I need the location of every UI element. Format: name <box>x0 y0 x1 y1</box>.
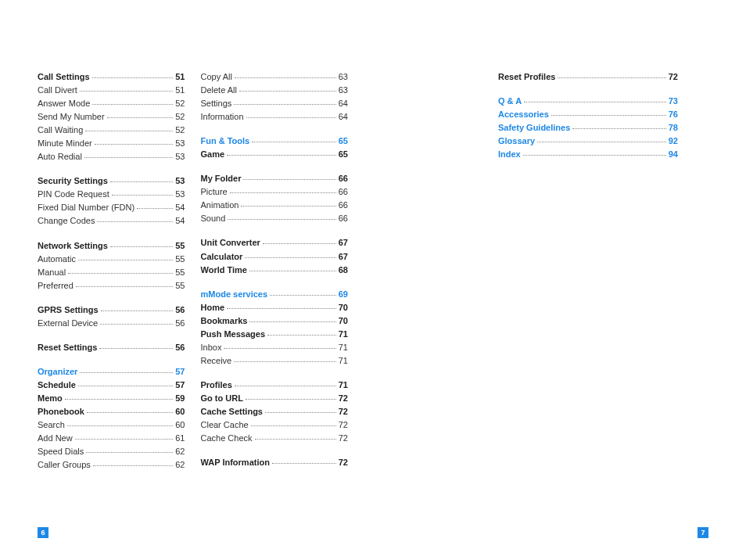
toc-entry-page: 78 <box>669 121 678 135</box>
toc-entry-label: Automatic <box>38 253 76 266</box>
toc-entry-page: 70 <box>339 301 348 314</box>
toc-entry-page: 69 <box>339 288 348 301</box>
toc-entry-page: 60 <box>175 405 185 418</box>
toc-dot-leader <box>93 465 173 466</box>
toc-entry[interactable]: Sound66 <box>201 212 349 225</box>
toc-entry-label: Index <box>498 148 521 161</box>
toc-entry[interactable]: Push Messages71 <box>201 328 349 341</box>
toc-entry-page: 53 <box>175 150 185 163</box>
toc-entry-page: 72 <box>339 392 348 405</box>
toc-entry[interactable]: Receive71 <box>201 354 349 368</box>
toc-entry[interactable]: Go to URL72 <box>201 392 349 405</box>
toc-entry[interactable]: Caller Groups62 <box>38 458 185 472</box>
toc-entry[interactable]: Unit Converter67 <box>201 236 349 249</box>
toc-entry[interactable]: Add New61 <box>38 432 185 445</box>
toc-entry-label: Go to URL <box>201 392 243 405</box>
toc-entry-label: Organizer <box>38 365 77 379</box>
toc-entry[interactable]: WAP Information72 <box>201 456 349 469</box>
toc-entry-label: Q & A <box>498 95 522 108</box>
toc-entry[interactable]: Reset Settings56 <box>38 341 185 354</box>
toc-entry-label: Unit Converter <box>201 236 260 249</box>
toc-entry[interactable]: External Device56 <box>38 317 185 330</box>
toc-entry[interactable]: Schedule57 <box>38 379 185 392</box>
toc-entry[interactable]: Automatic55 <box>38 253 185 266</box>
toc-entry[interactable]: Preferred55 <box>38 279 185 293</box>
toc-dot-leader <box>107 117 174 118</box>
toc-entry[interactable]: Calculator67 <box>201 250 349 264</box>
toc-entry[interactable]: Safety Guidelines78 <box>498 121 678 135</box>
toc-entry-label: WAP Information <box>201 456 270 469</box>
toc-entry-label: Cache Settings <box>201 405 263 418</box>
toc-entry[interactable]: GPRS Settings56 <box>38 303 185 317</box>
toc-entry-label: Fun & Tools <box>201 135 250 148</box>
toc-entry[interactable]: Home70 <box>201 301 349 314</box>
toc-entry[interactable]: Cache Check72 <box>201 432 349 445</box>
toc-dot-leader <box>249 321 335 322</box>
page-right: Reset Profiles72 Q & A73Accessories76Saf… <box>373 0 746 560</box>
toc-entry-label: Schedule <box>38 379 76 392</box>
toc-entry[interactable]: Answer Mode52 <box>38 97 185 110</box>
toc-entry-page: 52 <box>175 110 185 124</box>
toc-entry[interactable]: Game65 <box>201 148 349 161</box>
toc-entry[interactable]: Minute Minder53 <box>38 137 185 150</box>
toc-entry-label: Call Waiting <box>38 124 83 137</box>
toc-entry[interactable]: Manual55 <box>38 266 185 279</box>
toc-entry-label: Speed Dials <box>38 445 84 458</box>
page-left: Call Settings51Call Divert51Answer Mode5… <box>0 0 373 560</box>
toc-entry[interactable]: Bookmarks70 <box>201 314 349 328</box>
toc-dot-leader <box>234 361 336 362</box>
toc-entry[interactable]: Change Codes54 <box>38 214 185 228</box>
toc-entry[interactable]: Information64 <box>201 110 349 124</box>
toc-dot-leader <box>551 115 666 116</box>
toc-entry[interactable]: Speed Dials62 <box>38 445 185 458</box>
toc-entry[interactable]: Inbox71 <box>201 341 349 354</box>
toc-entry[interactable]: Index94 <box>498 148 678 161</box>
toc-entry[interactable]: Memo59 <box>38 392 185 405</box>
toc-entry[interactable]: Profiles71 <box>201 379 349 392</box>
toc-entry[interactable]: mMode services69 <box>201 288 349 301</box>
toc-entry[interactable]: Animation66 <box>201 199 349 212</box>
toc-entry[interactable]: Accessories76 <box>498 108 678 121</box>
toc-dot-leader <box>245 257 335 258</box>
toc-entry[interactable]: Send My Number52 <box>38 110 185 124</box>
toc-entry-label: World Time <box>201 264 248 277</box>
toc-entry[interactable]: World Time68 <box>201 264 349 277</box>
toc-dot-leader <box>246 117 336 118</box>
toc-entry[interactable]: Organizer57 <box>38 365 185 379</box>
toc-entry[interactable]: Phonebook60 <box>38 405 185 418</box>
toc-entry-page: 61 <box>175 432 185 445</box>
toc-entry[interactable]: Delete All63 <box>201 84 349 97</box>
toc-entry[interactable]: Call Waiting52 <box>38 124 185 137</box>
toc-entry[interactable]: Security Settings53 <box>38 174 185 188</box>
toc-entry-page: 66 <box>339 212 348 225</box>
toc-entry[interactable]: Settings64 <box>201 97 349 110</box>
toc-entry[interactable]: Search60 <box>38 418 185 432</box>
toc-dot-leader <box>86 452 173 453</box>
toc-entry-page: 51 <box>175 84 185 97</box>
toc-entry[interactable]: Fixed Dial Number (FDN)54 <box>38 201 185 214</box>
toc-entry[interactable]: Auto Redial53 <box>38 150 185 163</box>
toc-entry-label: Inbox <box>201 341 222 354</box>
toc-entry[interactable]: Clear Cache72 <box>201 418 349 432</box>
toc-entry[interactable]: Network Settings55 <box>38 239 185 253</box>
toc-entry-label: Settings <box>201 97 232 110</box>
toc-entry-label: Phonebook <box>38 405 84 418</box>
toc-entry[interactable]: Fun & Tools65 <box>201 135 349 148</box>
toc-entry-label: Send My Number <box>38 110 105 124</box>
toc-entry[interactable]: My Folder66 <box>201 172 349 185</box>
toc-dot-leader <box>100 324 173 325</box>
toc-entry[interactable]: Call Settings51 <box>38 70 185 84</box>
toc-entry[interactable]: Glossary92 <box>498 135 678 148</box>
toc-dot-leader <box>75 439 174 440</box>
toc-entry-label: Call Settings <box>38 70 90 84</box>
toc-entry[interactable]: Copy All63 <box>201 70 349 84</box>
toc-entry-page: 70 <box>339 314 348 328</box>
toc-entry[interactable]: Call Divert51 <box>38 84 185 97</box>
toc-entry[interactable]: Picture66 <box>201 185 349 199</box>
toc-dot-leader <box>249 271 336 271</box>
toc-entry[interactable]: Reset Profiles72 <box>498 70 678 84</box>
toc-dot-leader <box>251 425 336 426</box>
toc-entry[interactable]: Cache Settings72 <box>201 405 349 418</box>
toc-entry[interactable]: Q & A73 <box>498 95 678 108</box>
toc-entry[interactable]: PIN Code Request53 <box>38 188 185 201</box>
